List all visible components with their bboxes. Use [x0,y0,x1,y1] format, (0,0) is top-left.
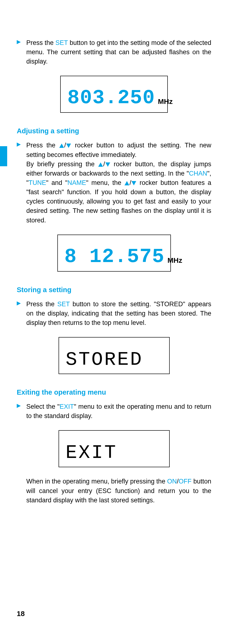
text: " menu, the [86,179,124,186]
page-content: ▶ Press the SET button to get into the s… [0,0,228,505]
up-icon [124,181,129,185]
down-icon [66,144,71,148]
para-text: Press the SET button to get into the set… [26,38,211,66]
text: Select the " [26,403,60,410]
hl-exit: EXIT [60,403,74,410]
text: " and " [46,179,68,186]
text: Press the [26,142,59,149]
para-text: Select the "EXIT" menu to exit the opera… [26,402,211,421]
page-number: 18 [17,610,24,618]
lcd-unit: MHz [168,256,182,267]
lcd-display-exit: EXIT [58,430,170,467]
para-text: Press the / rocker button to adjust the … [26,141,211,225]
heading-exiting: Exiting the operating menu [17,388,211,396]
lcd-text: STORED [66,350,143,369]
lcd-display-2: 8 12.575 MHz [57,234,171,272]
para-store: ▶ Press the SET button to store the sett… [17,300,211,328]
hl-name: NAME [68,179,86,186]
para-adjust: ▶ Press the / rocker button to adjust th… [17,141,211,225]
hl-set: SET [57,300,70,308]
hl-on: ON [167,478,177,485]
lcd-display-stored: STORED [58,337,170,374]
hl-set: SET [56,39,68,46]
heading-adjusting: Adjusting a setting [17,127,211,135]
lcd-digits: 803.250 [68,88,155,108]
lcd-digits: 8 12.575 [64,247,165,267]
hl-chan: CHAN [189,170,207,177]
para-set-mode: ▶ Press the SET button to get into the s… [17,38,211,66]
para-text: Press the SET button to store the settin… [26,300,211,328]
bullet-icon: ▶ [17,300,26,328]
bullet-icon: ▶ [17,38,26,66]
lcd-text: EXIT [66,443,117,462]
bullet-icon: ▶ [17,402,26,421]
up-icon [59,144,64,148]
lcd-display-1: 803.250 MHz [60,76,168,113]
hl-tune: TUNE [29,179,46,186]
heading-storing: Storing a setting [17,286,211,294]
text: Press the [26,300,57,308]
hl-off: OFF [178,478,192,485]
lcd-unit: MHz [158,98,173,108]
para-exit: ▶ Select the "EXIT" menu to exit the ope… [17,402,211,421]
down-icon [132,181,136,185]
text: By briefly pressing the [26,160,98,168]
side-tab [0,146,7,166]
text: When in the operating menu, briefly pres… [26,478,167,485]
down-icon [106,162,110,167]
bullet-icon: ▶ [17,141,26,225]
up-icon [98,162,103,167]
text: Press the [26,39,56,46]
para-esc: When in the operating menu, briefly pres… [26,477,211,505]
